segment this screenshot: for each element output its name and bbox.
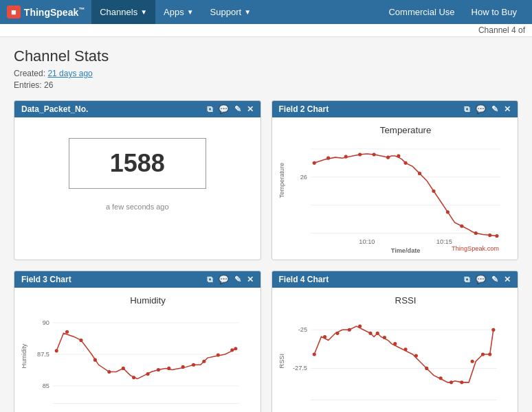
temperature-chart-svg: Temperature Temperature 26 10:10 10:15 T… (276, 121, 515, 254)
svg-point-70 (449, 380, 452, 384)
numeric-timestamp: a few seconds ago (106, 203, 169, 211)
svg-point-47 (230, 348, 234, 352)
page-title: Channel Stats (14, 47, 518, 65)
card3-title: Field 3 Chart (21, 275, 71, 284)
svg-point-16 (417, 172, 421, 175)
svg-point-69 (439, 376, 442, 380)
card3-external-icon[interactable]: ⧉ (207, 275, 213, 284)
svg-point-21 (488, 233, 491, 237)
card4-external-icon[interactable]: ⧉ (464, 275, 470, 284)
card4-chart: RSSI RSSI -25 -27.5 10:10 10:15 Time/Dat… (272, 288, 518, 412)
card3-icons: ⧉ 💬 ✎ ✕ (207, 275, 254, 284)
card4-edit-icon[interactable]: ✎ (491, 275, 498, 284)
svg-point-67 (414, 354, 417, 358)
card4-comment-icon[interactable]: 💬 (476, 275, 486, 284)
svg-point-46 (217, 354, 220, 357)
card4-title: Field 4 Chart (279, 275, 329, 284)
card-data-packet: Data_Packet_No. ⧉ 💬 ✎ ✕ 1588 a few secon… (14, 100, 261, 260)
card4-icons: ⧉ 💬 ✎ ✕ (464, 275, 511, 284)
card2-comment-icon[interactable]: 💬 (476, 104, 486, 114)
card-field2: Field 2 Chart ⧉ 💬 ✎ ✕ Temperature Temper… (271, 100, 519, 260)
rssi-chart-title: RSSI (395, 296, 416, 306)
nav-support[interactable]: Support ▼ (202, 0, 259, 24)
svg-point-63 (375, 332, 379, 335)
svg-point-12 (372, 153, 375, 157)
numeric-display: 1588 a few seconds ago (21, 124, 254, 248)
card4-close-icon[interactable]: ✕ (504, 275, 511, 284)
svg-point-35 (79, 339, 82, 342)
svg-text:10:10: 10:10 (359, 238, 375, 245)
card2-external-icon[interactable]: ⧉ (464, 104, 470, 114)
nav-items: Channels ▼ Apps ▼ Support ▼ Commercial U… (91, 0, 525, 24)
svg-point-11 (358, 153, 362, 157)
svg-point-74 (488, 353, 491, 356)
svg-point-19 (460, 225, 463, 228)
svg-point-42 (167, 367, 170, 370)
svg-point-43 (181, 365, 185, 369)
svg-point-20 (474, 231, 477, 235)
card2-icons: ⧉ 💬 ✎ ✕ (464, 104, 511, 114)
brand-name: ThingSpeak™ (24, 6, 85, 18)
brand-logo-area: ■ ThingSpeak™ (7, 5, 85, 19)
svg-point-44 (192, 363, 195, 367)
svg-point-65 (393, 342, 397, 345)
svg-point-66 (403, 347, 407, 351)
svg-point-73 (480, 353, 484, 356)
svg-point-64 (382, 336, 386, 339)
svg-point-45 (202, 360, 206, 363)
card3-header: Field 3 Chart ⧉ 💬 ✎ ✕ (14, 271, 261, 288)
hum-chart-title: Humidity (130, 296, 166, 306)
card1-external-icon[interactable]: ⧉ (207, 104, 213, 114)
svg-point-36 (93, 358, 97, 362)
support-dropdown-arrow: ▼ (244, 8, 251, 16)
svg-text:90: 90 (43, 319, 49, 326)
card3-close-icon[interactable]: ✕ (247, 275, 254, 284)
card1-body: 1588 a few seconds ago (14, 117, 261, 255)
svg-point-38 (122, 367, 125, 370)
svg-point-14 (397, 154, 400, 158)
card3-edit-icon[interactable]: ✎ (234, 275, 241, 284)
svg-text:87.5: 87.5 (37, 351, 49, 358)
card4-header: Field 4 Chart ⧉ 💬 ✎ ✕ (272, 271, 518, 288)
card1-title: Data_Packet_No. (21, 104, 88, 114)
svg-point-60 (347, 328, 351, 332)
temp-chart-title: Temperature (379, 125, 430, 135)
card-field3: Field 3 Chart ⧉ 💬 ✎ ✕ Humidity Humidity (14, 271, 261, 412)
card1-header: Data_Packet_No. ⧉ 💬 ✎ ✕ (14, 101, 261, 117)
svg-point-39 (132, 376, 135, 379)
nav-channels[interactable]: Channels ▼ (91, 0, 155, 24)
nav-commercial[interactable]: Commercial Use (380, 0, 463, 24)
card3-comment-icon[interactable]: 💬 (219, 275, 229, 284)
nav-howtobuy[interactable]: How to Buy (463, 0, 525, 24)
svg-point-34 (65, 330, 69, 334)
entries-info: Entries: 26 (14, 80, 518, 90)
nav-apps[interactable]: Apps ▼ (155, 0, 202, 24)
navbar: ■ ThingSpeak™ Channels ▼ Apps ▼ Support … (0, 0, 532, 24)
svg-point-40 (146, 372, 150, 376)
svg-text:26: 26 (300, 174, 307, 181)
svg-point-58 (322, 335, 326, 339)
card1-close-icon[interactable]: ✕ (247, 104, 254, 114)
svg-point-10 (344, 155, 347, 159)
card2-header: Field 2 Chart ⧉ 💬 ✎ ✕ (272, 101, 518, 117)
svg-point-8 (312, 161, 315, 165)
svg-point-59 (335, 332, 339, 335)
svg-point-17 (432, 190, 435, 193)
card2-title: Field 2 Chart (279, 104, 329, 114)
card1-comment-icon[interactable]: 💬 (219, 104, 229, 114)
card2-edit-icon[interactable]: ✎ (491, 104, 498, 114)
svg-text:10:15: 10:15 (436, 238, 452, 245)
svg-point-72 (470, 360, 474, 363)
svg-point-33 (55, 350, 58, 353)
svg-point-41 (157, 368, 160, 371)
svg-text:Time/date: Time/date (390, 247, 420, 254)
card1-edit-icon[interactable]: ✎ (234, 104, 241, 114)
page-content: Channel Stats Created: 21 days ago Entri… (0, 37, 532, 412)
created-info: Created: 21 days ago (14, 69, 518, 78)
card2-close-icon[interactable]: ✕ (504, 104, 511, 114)
svg-point-9 (326, 157, 330, 160)
svg-text:-25: -25 (298, 326, 307, 333)
svg-point-62 (368, 332, 372, 335)
hum-y-label: Humidity (21, 343, 27, 368)
rssi-chart-svg: RSSI RSSI -25 -27.5 10:10 10:15 Time/Dat… (276, 291, 515, 412)
